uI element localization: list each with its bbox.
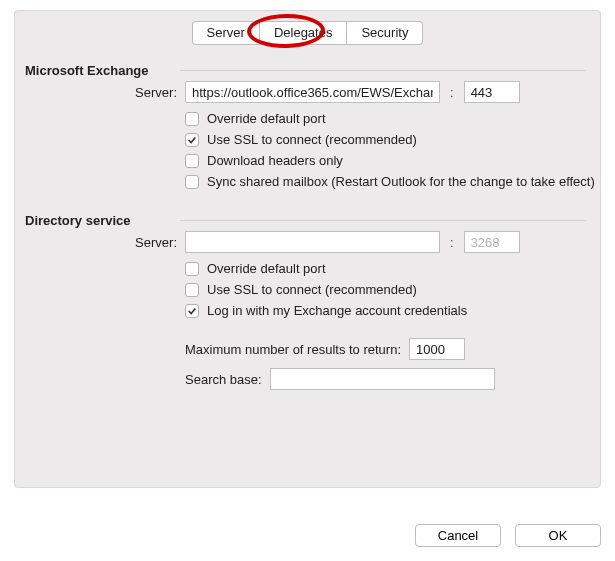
ok-button[interactable]: OK [515,524,601,547]
row-exchange-sync: Sync shared mailbox (Restart Outlook for… [185,174,600,189]
tab-segmented-control: Server Delegates Security [192,21,424,45]
label-max-results: Maximum number of results to return: [185,342,401,357]
label-exchange-sync: Sync shared mailbox (Restart Outlook for… [207,174,595,189]
input-directory-port[interactable] [464,231,520,253]
row-max-results: Maximum number of results to return: [185,338,600,360]
checkbox-directory-ssl[interactable] [185,283,199,297]
label-search-base: Search base: [185,372,262,387]
row-directory-ssl: Use SSL to connect (recommended) [185,282,600,297]
section-directory: Directory service Server: : Override def… [15,209,600,390]
label-directory-login: Log in with my Exchange account credenti… [207,303,467,318]
tab-delegates[interactable]: Delegates [259,21,348,45]
label-directory-server: Server: [15,235,185,250]
divider-exchange [180,70,586,71]
row-directory-override: Override default port [185,261,600,276]
row-exchange-override: Override default port [185,111,600,126]
tab-server[interactable]: Server [192,21,259,45]
checkbox-exchange-ssl[interactable] [185,133,199,147]
label-exchange-ssl: Use SSL to connect (recommended) [207,132,417,147]
input-exchange-port[interactable] [464,81,520,103]
label-exchange-headers: Download headers only [207,153,343,168]
checkbox-exchange-sync[interactable] [185,175,199,189]
checkbox-exchange-headers[interactable] [185,154,199,168]
section-title-directory: Directory service [25,213,131,228]
colon-separator-dir: : [446,235,458,250]
tab-security[interactable]: Security [347,21,423,45]
checkbox-directory-login[interactable] [185,304,199,318]
row-exchange-server: Server: : [15,81,600,103]
preferences-window: Server Delegates Security Microsoft Exch… [0,0,615,561]
label-exchange-override: Override default port [207,111,326,126]
label-exchange-server: Server: [15,85,185,100]
checkbox-exchange-override[interactable] [185,112,199,126]
tab-bar: Server Delegates Security [15,21,600,45]
row-directory-server: Server: : [15,231,600,253]
row-exchange-headers: Download headers only [185,153,600,168]
input-exchange-server[interactable] [185,81,440,103]
section-title-exchange: Microsoft Exchange [25,63,149,78]
input-search-base[interactable] [270,368,495,390]
colon-separator: : [446,85,458,100]
input-directory-server[interactable] [185,231,440,253]
label-directory-override: Override default port [207,261,326,276]
cancel-button[interactable]: Cancel [415,524,501,547]
input-max-results[interactable] [409,338,465,360]
checkbox-directory-override[interactable] [185,262,199,276]
divider-directory [180,220,586,221]
row-exchange-ssl: Use SSL to connect (recommended) [185,132,600,147]
row-search-base: Search base: [185,368,600,390]
section-exchange: Microsoft Exchange Server: : Override de… [15,59,600,189]
row-directory-login: Log in with my Exchange account credenti… [185,303,600,318]
label-directory-ssl: Use SSL to connect (recommended) [207,282,417,297]
footer-buttons: Cancel OK [415,524,601,547]
preferences-panel: Server Delegates Security Microsoft Exch… [14,10,601,488]
